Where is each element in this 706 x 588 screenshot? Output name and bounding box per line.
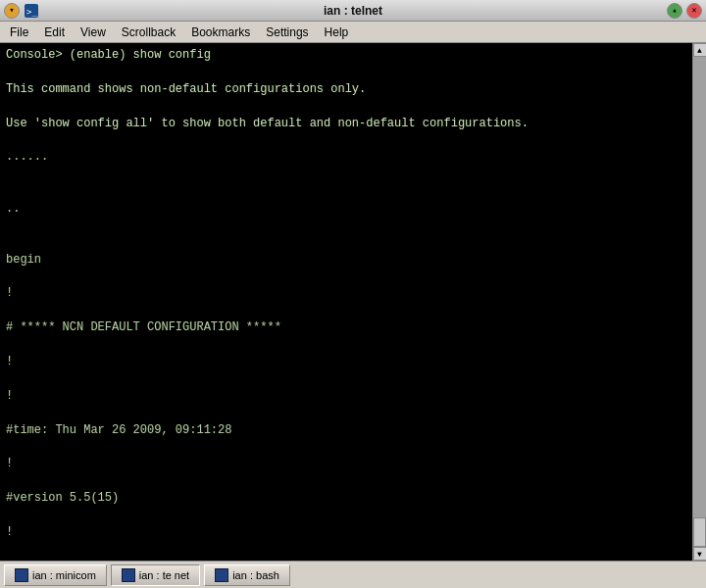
terminal-line: ! [6,285,686,302]
terminal-line: begin [6,252,686,269]
terminal-line: # ***** NCN DEFAULT CONFIGURATION ***** [6,319,686,336]
menu-item-bookmarks[interactable]: Bookmarks [183,24,258,41]
titlebar-title: ian : telnet [43,4,663,18]
taskbar-button-label: ian : minicom [32,569,96,581]
terminal-line: Use 'show config all' to show both defau… [6,116,686,132]
menu-item-file[interactable]: File [2,24,36,41]
scroll-up-button[interactable]: ▲ [693,43,707,57]
terminal-line: ! [6,388,686,405]
terminal-line: ! [6,559,686,561]
close-button[interactable]: ✕ [686,3,702,19]
titlebar: ▾ >_ ian : telnet ▴ ✕ [0,0,706,22]
taskbar-button-label: ian : te net [139,569,189,581]
menu-item-settings[interactable]: Settings [258,24,316,41]
terminal-line: #time: Thu Mar 26 2009, 09:11:28 [6,422,686,439]
taskbar-button-label: ian : bash [232,569,279,581]
taskbar-button-1[interactable]: ian : te net [111,564,200,586]
terminal-icon [122,568,135,582]
terminal-wrapper: Console> (enable) show config This comma… [0,43,706,561]
terminal-icon [215,568,228,582]
menu-item-edit[interactable]: Edit [36,24,73,41]
maximize-button[interactable]: ▴ [667,3,682,19]
terminal-line: #version 5.5(15) [6,490,686,507]
terminal-line: ! [6,524,686,541]
menu-item-help[interactable]: Help [317,24,357,41]
scroll-thumb[interactable] [693,517,706,547]
menu-item-scrollback[interactable]: Scrollback [114,24,183,41]
terminal[interactable]: Console> (enable) show config This comma… [0,43,692,561]
menubar: FileEditViewScrollbackBookmarksSettingsH… [0,22,706,43]
taskbar-button-2[interactable]: ian : bash [204,564,290,586]
titlebar-icon: >_ [24,3,39,19]
terminal-line: ! [6,456,686,472]
taskbar-button-0[interactable]: ian : minicom [4,564,107,586]
terminal-line: Console> (enable) show config [6,47,686,64]
scrollbar[interactable]: ▲ ▼ [692,43,706,561]
minimize-button[interactable]: ▾ [4,3,20,19]
scroll-down-button[interactable]: ▼ [693,547,707,561]
taskbar: ian : minicomian : te netian : bash [0,561,706,588]
terminal-line: .. [6,201,686,218]
menu-item-view[interactable]: View [73,24,114,41]
scroll-track [693,57,706,547]
terminal-line: This command shows non-default configura… [6,81,686,98]
terminal-line: ! [6,354,686,370]
svg-text:>_: >_ [26,7,37,17]
terminal-line: ...... [6,149,686,166]
terminal-icon [15,568,28,582]
